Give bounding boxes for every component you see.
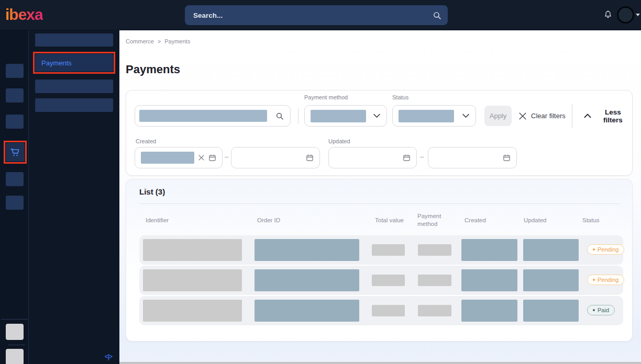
secondary-sidebar: Payments <|> [29, 30, 119, 364]
table-row[interactable]: Pending [139, 235, 623, 265]
close-icon [519, 112, 526, 120]
ibexa-logo[interactable]: ibexa [5, 5, 43, 25]
created-to-date-input[interactable] [231, 147, 320, 168]
status-badge: Pending [587, 275, 624, 285]
filter-search-value-redacted [139, 110, 267, 122]
col-status: Status [582, 217, 600, 223]
updated-redacted [523, 239, 579, 261]
breadcrumb-separator: > [158, 38, 161, 44]
updated-redacted [523, 300, 579, 322]
identifier-redacted [143, 269, 242, 291]
created-from-date-input[interactable] [135, 147, 223, 168]
payment-method-redacted [418, 244, 451, 256]
status-dot-icon [593, 279, 595, 281]
avatar[interactable] [617, 6, 634, 24]
payments-list-panel: List (3) Identifier Order ID Total value… [126, 179, 633, 342]
rail-bottom-item-2[interactable] [6, 349, 24, 364]
less-filters-button[interactable]: Less filters [581, 106, 632, 126]
search-icon [275, 112, 284, 120]
status-badge: Paid [587, 305, 615, 315]
status-badge: Pending [587, 244, 624, 255]
less-filters-label: Less filters [597, 108, 629, 124]
menu-item-payments-label: Payments [41, 59, 72, 67]
col-payment-method: Payment method [417, 212, 448, 228]
rail-item-6[interactable] [6, 196, 24, 210]
shopping-cart-icon [9, 146, 21, 158]
annotation-highlight-cart [4, 141, 27, 164]
chevron-down-icon [462, 113, 469, 118]
filter-search-input[interactable] [135, 105, 291, 127]
horizontal-scrollbar[interactable] [119, 362, 641, 364]
table-row[interactable]: Pending [139, 266, 623, 295]
filter-divider [298, 108, 299, 124]
created-from-value-redacted [141, 152, 194, 164]
order-id-redacted [255, 269, 359, 291]
total-value-redacted [372, 305, 405, 316]
menu-item-4[interactable] [35, 98, 113, 112]
created-redacted [461, 300, 517, 322]
menu-item-1[interactable] [35, 33, 113, 47]
global-search[interactable] [185, 5, 448, 25]
table-row[interactable]: Paid [139, 296, 623, 325]
calendar-icon[interactable] [403, 154, 411, 162]
chevron-down-icon [373, 113, 380, 118]
rail-bottom-item-1[interactable] [6, 324, 24, 340]
bell-icon[interactable] [603, 9, 613, 20]
rail-divider [1, 319, 28, 320]
sidebar-collapse-handle[interactable]: <|> [104, 352, 113, 361]
total-value-redacted [372, 244, 405, 256]
rail-item-2[interactable] [6, 88, 24, 103]
chevron-up-icon [584, 113, 591, 118]
menu-item-payments[interactable]: Payments [35, 54, 113, 72]
updated-redacted [523, 269, 579, 291]
search-icon [433, 11, 441, 20]
payment-method-select[interactable] [304, 105, 387, 127]
calendar-icon[interactable] [306, 154, 314, 162]
menu-item-3[interactable] [35, 79, 113, 93]
filters-panel: Payment method Status Apply Clear fil [126, 90, 633, 176]
icon-rail [0, 30, 29, 364]
user-menu-caret-icon[interactable] [636, 14, 640, 16]
created-redacted [461, 239, 517, 261]
clear-date-icon[interactable] [198, 155, 204, 161]
col-identifier: Identifier [146, 217, 169, 223]
global-search-input[interactable] [192, 11, 433, 20]
status-select[interactable] [392, 105, 476, 127]
filter-divider [572, 104, 572, 128]
col-total-value: Total value [375, 217, 404, 223]
page-title: Payments [126, 63, 180, 76]
created-redacted [461, 269, 517, 291]
order-id-redacted [255, 300, 359, 322]
updated-from-date-input[interactable] [328, 147, 417, 168]
list-divider [139, 203, 620, 204]
payment-method-redacted [418, 305, 451, 316]
topbar: ibexa [0, 0, 641, 30]
identifier-redacted [143, 239, 242, 261]
calendar-icon[interactable] [208, 154, 216, 162]
col-updated: Updated [524, 217, 546, 223]
app-window: ibexa [0, 0, 641, 364]
updated-label: Updated [328, 138, 350, 144]
rail-item-5[interactable] [6, 172, 24, 186]
status-dot-icon [593, 309, 595, 311]
calendar-icon[interactable] [503, 154, 511, 162]
range-separator: – [420, 153, 424, 161]
list-title: List (3) [139, 187, 165, 196]
breadcrumb-payments[interactable]: Payments [164, 38, 190, 44]
apply-button[interactable]: Apply [484, 106, 512, 126]
clear-filters-button[interactable]: Clear filters [516, 106, 569, 126]
breadcrumb: Commerce > Payments [126, 38, 190, 44]
annotation-highlight-payments: Payments [33, 52, 115, 74]
status-label: Status [392, 94, 408, 100]
rail-item-3[interactable] [6, 115, 24, 129]
updated-to-date-input[interactable] [428, 147, 517, 168]
identifier-redacted [143, 300, 242, 322]
payment-method-label: Payment method [304, 94, 348, 100]
order-id-redacted [255, 239, 359, 261]
range-separator: – [225, 153, 228, 161]
clear-filters-label: Clear filters [531, 112, 566, 120]
rail-item-1[interactable] [6, 64, 24, 78]
rail-item-commerce[interactable] [6, 143, 25, 162]
total-value-redacted [372, 275, 405, 286]
breadcrumb-commerce[interactable]: Commerce [126, 38, 154, 44]
